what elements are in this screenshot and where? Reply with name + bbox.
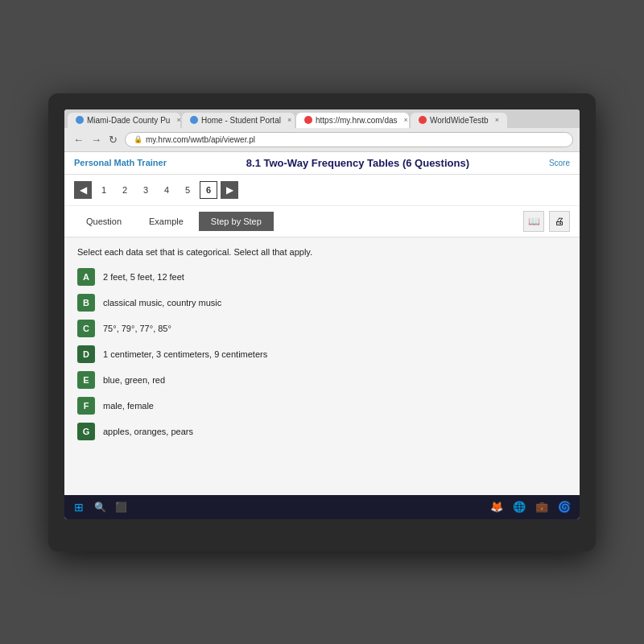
content-tabs: Question Example Step by Step 📖 🖨 [64, 206, 580, 237]
tab-label-3: https://my.hrw.com/das [316, 116, 398, 125]
tab-example-button[interactable]: Example [137, 212, 196, 231]
option-d[interactable]: D 1 centimeter, 3 centimeters, 9 centime… [77, 345, 567, 363]
book-icon-button[interactable]: 📖 [523, 211, 544, 232]
ie-icon[interactable]: 🌀 [555, 498, 573, 516]
instruction-text: Select each data set that is categorical… [77, 247, 567, 257]
briefcase-icon[interactable]: 💼 [533, 498, 551, 516]
option-c[interactable]: C 75°, 79°, 77°, 85° [77, 320, 567, 337]
taskbar: ⊞ 🔍 ⬛ 🦊 🌐 💼 🌀 [64, 495, 580, 519]
option-d-text: 1 centimeter, 3 centimeters, 9 centimete… [103, 349, 267, 359]
next-question-button[interactable]: ▶ [221, 181, 238, 199]
badge-f: F [77, 397, 95, 415]
badge-d: D [77, 345, 95, 363]
tab-icon-2 [190, 116, 198, 124]
address-bar-row: ← → ↻ 🔒 my.hrw.com/wwtb/api/viewer.pl [64, 128, 580, 151]
tab-stepbystep-button[interactable]: Step by Step [199, 212, 274, 231]
address-text: my.hrw.com/wwtb/api/viewer.pl [146, 135, 255, 144]
badge-c: C [77, 320, 95, 337]
content-area: Select each data set that is categorical… [64, 237, 580, 495]
browser-tab-2[interactable]: Home - Student Portal × [182, 113, 295, 128]
option-g[interactable]: G apples, oranges, pears [77, 423, 567, 440]
tab-icon-1 [76, 116, 84, 124]
question-num-1[interactable]: 1 [95, 181, 113, 199]
search-taskbar-icon[interactable]: 🔍 [92, 499, 108, 515]
option-e[interactable]: E blue, green, red [77, 371, 567, 389]
question-num-5[interactable]: 5 [179, 181, 196, 199]
question-nav: ◀ 1 2 3 4 5 6 ▶ [64, 175, 580, 206]
back-button[interactable]: ← [71, 133, 86, 147]
refresh-button[interactable]: ↻ [106, 133, 120, 147]
option-e-text: blue, green, red [103, 375, 165, 385]
browser-tab-3[interactable]: https://my.hrw.com/das × [296, 113, 409, 128]
nav-buttons: ← → ↻ [71, 133, 120, 147]
laptop-wrapper: Miami-Dade County Pu × Home - Student Po… [48, 93, 596, 551]
option-c-text: 75°, 79°, 77°, 85° [103, 324, 171, 333]
badge-b: B [77, 294, 95, 312]
tab-close-3[interactable]: × [404, 116, 408, 124]
forward-button[interactable]: → [89, 133, 104, 147]
badge-a: A [77, 268, 95, 286]
option-b-text: classical music, country music [103, 298, 221, 308]
app-header: Personal Math Trainer 8.1 Two-Way Freque… [64, 152, 580, 175]
print-icon-button[interactable]: 🖨 [549, 211, 570, 232]
question-num-6[interactable]: 6 [200, 181, 217, 199]
tab-icons: 📖 🖨 [523, 211, 570, 232]
tab-label-1: Miami-Dade County Pu [87, 116, 170, 125]
book-icon: 📖 [528, 216, 540, 227]
lesson-title: 8.1 Two-Way Frequency Tables (6 Question… [167, 157, 549, 169]
prev-question-button[interactable]: ◀ [74, 181, 92, 199]
badge-g: G [77, 423, 95, 440]
tab-close-4[interactable]: × [495, 116, 499, 124]
browser-chrome: Miami-Dade County Pu × Home - Student Po… [64, 109, 580, 152]
tab-close-1[interactable]: × [176, 116, 180, 124]
print-icon: 🖨 [555, 216, 564, 227]
taskview-icon[interactable]: ⬛ [113, 499, 129, 515]
tab-icon-3 [304, 116, 312, 124]
tab-label-4: WorldWideTestb [430, 116, 489, 125]
tab-label-2: Home - Student Portal [201, 116, 281, 125]
option-a[interactable]: A 2 feet, 5 feet, 12 feet [77, 268, 567, 286]
windows-icon[interactable]: ⊞ [71, 499, 87, 515]
firefox-icon[interactable]: 🦊 [488, 498, 506, 516]
edge-icon[interactable]: 🌐 [510, 498, 528, 516]
brand-label[interactable]: Personal Math Trainer [74, 158, 167, 167]
address-input[interactable]: 🔒 my.hrw.com/wwtb/api/viewer.pl [125, 132, 573, 147]
badge-e: E [77, 371, 95, 389]
question-num-4[interactable]: 4 [158, 181, 175, 199]
option-b[interactable]: B classical music, country music [77, 294, 567, 312]
lock-icon: 🔒 [134, 135, 142, 143]
tabs-bar: Miami-Dade County Pu × Home - Student Po… [64, 109, 580, 128]
option-g-text: apples, oranges, pears [103, 427, 193, 436]
browser-tab-1[interactable]: Miami-Dade County Pu × [68, 113, 180, 128]
tab-icon-4 [419, 116, 427, 124]
question-num-3[interactable]: 3 [137, 181, 155, 199]
question-num-2[interactable]: 2 [116, 181, 134, 199]
option-f-text: male, female [103, 401, 154, 411]
option-a-text: 2 feet, 5 feet, 12 feet [103, 272, 184, 282]
tabs-left: Question Example Step by Step [74, 212, 274, 231]
screen: Miami-Dade County Pu × Home - Student Po… [64, 109, 580, 519]
score-label: Score [549, 159, 570, 167]
browser-tab-4[interactable]: WorldWideTestb × [411, 113, 507, 128]
tab-question-button[interactable]: Question [74, 212, 134, 231]
option-f[interactable]: F male, female [77, 397, 567, 415]
tab-close-2[interactable]: × [287, 116, 291, 124]
